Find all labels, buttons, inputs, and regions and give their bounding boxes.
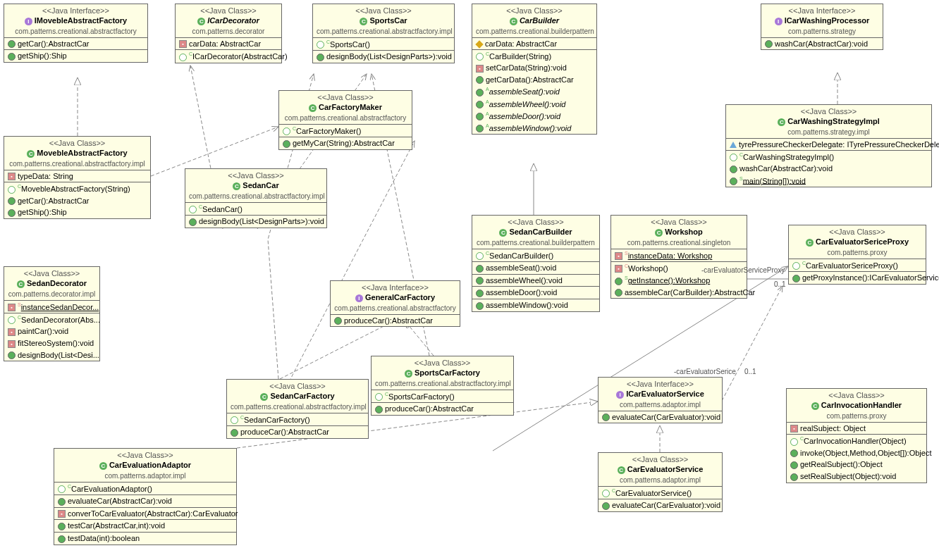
- class-MovebleAbstractFactory[interactable]: <<Java Class>>CMovebleAbstractFactorycom…: [4, 136, 151, 219]
- class-CarBuilder[interactable]: <<Java Class>>CCarBuildercom.patterns.cr…: [472, 4, 597, 135]
- mult-01-a: 0..1: [774, 280, 786, 288]
- svg-line-14: [722, 286, 782, 401]
- class-CarEvaluationAdaptor[interactable]: <<Java Class>>CCarEvaluationAdaptorcom.p…: [54, 448, 237, 545]
- assoc-label-ces: -carEvaluatorSerice: [674, 368, 736, 375]
- class-Workshop[interactable]: <<Java Class>>CWorkshopcom.patterns.crea…: [610, 215, 747, 299]
- class-CarEvaluatorService[interactable]: <<Java Class>>CCarEvaluatorServicecom.pa…: [598, 452, 723, 512]
- class-SportsCar[interactable]: <<Java Class>>CSportsCarcom.patterns.cre…: [312, 4, 455, 63]
- class-SedanCar[interactable]: <<Java Class>>CSedanCarcom.patterns.crea…: [185, 168, 327, 228]
- mult-01-b: 0..1: [744, 368, 756, 375]
- class-ICarWashingProcessor[interactable]: <<Java Interface>>IICarWashingProcessorc…: [761, 4, 883, 50]
- assoc-label-cesp: -carEvaluatorServiceProxy: [701, 266, 785, 274]
- class-CarEvaluatorSericeProxy[interactable]: <<Java Class>>CCarEvaluatorSericeProxyco…: [788, 225, 926, 285]
- class-SedanCarFactory[interactable]: <<Java Class>>CSedanCarFactorycom.patter…: [226, 379, 369, 439]
- class-ICarDecorator[interactable]: <<Java Class>>CICarDecoratorcom.patterns…: [175, 4, 282, 63]
- class-SportsCarFactory[interactable]: <<Java Class>>CSportsCarFactorycom.patte…: [371, 356, 514, 416]
- class-GeneralCarFactory[interactable]: <<Java Interface>>IGeneralCarFactorycom.…: [330, 280, 460, 327]
- class-IMovebleAbstractFactory[interactable]: <<Java Interface>>IIMovebleAbstractFacto…: [4, 4, 148, 63]
- class-CarFactoryMaker[interactable]: <<Java Class>>CCarFactoryMakercom.patter…: [278, 90, 412, 150]
- class-CarInvocationHandler[interactable]: <<Java Class>>CCarInvocationHandlercom.p…: [786, 388, 927, 483]
- class-SedanDecorator[interactable]: <<Java Class>>CSedanDecoratorcom.pattern…: [4, 266, 100, 361]
- class-CarWashingStrategyImpl[interactable]: <<Java Class>>CCarWashingStrategyImplcom…: [725, 104, 932, 187]
- class-ICarEvaluatorService[interactable]: <<Java Interface>>IICarEvaluatorServicec…: [598, 377, 723, 423]
- class-SedanCarBuilder[interactable]: <<Java Class>>CSedanCarBuildercom.patter…: [472, 215, 600, 312]
